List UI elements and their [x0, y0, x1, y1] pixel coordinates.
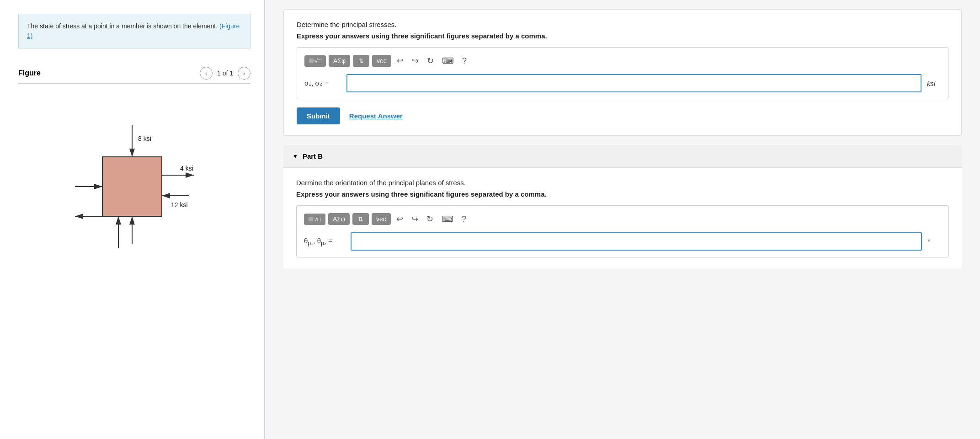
part-a-undo-button[interactable]: ↩ [394, 54, 406, 68]
stress-diagram: 8 ksi 4 ksi 12 ksi [48, 97, 221, 271]
part-b-redo-button[interactable]: ↪ [409, 212, 421, 226]
part-b-question: Dermine the orientation of the principal… [296, 179, 949, 187]
part-b-answer-input[interactable] [351, 232, 922, 251]
part-a-toolbar: √□ ΑΣφ ⇅ vec ↩ ↪ ↻ ⌨ ? [304, 54, 941, 68]
svg-text:8 ksi: 8 ksi [138, 135, 151, 142]
svg-text:4 ksi: 4 ksi [180, 165, 193, 172]
svg-marker-12 [162, 193, 170, 198]
part-a-answer-box: √□ ΑΣφ ⇅ vec ↩ ↪ ↻ ⌨ ? σ₁, σ₂ = ksi [297, 47, 948, 99]
svg-marker-10 [94, 184, 102, 189]
part-b-input-row: θp₁, θp₂ = ° [304, 232, 941, 251]
part-a-refresh-button[interactable]: ↻ [424, 54, 437, 68]
part-a-answer-input[interactable] [346, 74, 921, 92]
left-panel: The state of stress at a point in a memb… [0, 0, 265, 439]
part-a-question: Determine the principal stresses. [297, 21, 948, 28]
part-b-collapse-arrow: ▼ [293, 153, 298, 160]
svg-marker-17 [116, 216, 121, 225]
svg-marker-2 [129, 149, 135, 157]
part-b-header[interactable]: ▼ Part B [283, 145, 962, 167]
svg-rect-0 [102, 157, 162, 216]
part-b-instruction: Express your answers using three signifi… [296, 190, 949, 198]
part-b-alpha-button[interactable]: ΑΣφ [328, 213, 350, 225]
part-b-updown-button[interactable]: ⇅ [352, 213, 369, 225]
info-text: The state of stress at a point in a memb… [27, 22, 218, 30]
part-a-vec-button[interactable]: vec [372, 55, 391, 67]
part-b-answer-box: √□ ΑΣφ ⇅ vec ↩ ↪ ↻ ⌨ ? θp₁, θp₂ = ° [296, 205, 949, 257]
part-a-sqrt-button[interactable]: √□ [304, 55, 326, 67]
part-b-sqrt-button[interactable]: √□ [304, 214, 325, 225]
svg-text:12 ksi: 12 ksi [171, 201, 188, 209]
part-b-unit: ° [927, 238, 941, 246]
right-panel: Determine the principal stresses. Expres… [265, 0, 980, 439]
page-indicator: 1 of 1 [217, 70, 233, 77]
part-b-help-button[interactable]: ? [459, 213, 469, 226]
part-a-unit: ksi [927, 80, 941, 87]
part-a-section: Determine the principal stresses. Expres… [283, 9, 962, 136]
part-b-refresh-button[interactable]: ↻ [424, 212, 436, 226]
part-a-submit-button[interactable]: Submit [297, 107, 340, 124]
svg-marker-7 [186, 172, 194, 178]
part-a-input-row: σ₁, σ₂ = ksi [304, 74, 941, 92]
figure-area: 8 ksi 4 ksi 12 ksi [18, 88, 250, 285]
part-a-action-row: Submit Request Answer [297, 107, 948, 124]
part-b-toolbar: √□ ΑΣφ ⇅ vec ↩ ↪ ↻ ⌨ ? [304, 212, 941, 226]
svg-marker-15 [75, 214, 83, 219]
part-b-input-label: θp₁, θp₂ = [304, 237, 345, 246]
part-b-vec-button[interactable]: vec [372, 213, 391, 225]
figure-header: Figure ‹ 1 of 1 › [18, 67, 250, 84]
part-a-alpha-button[interactable]: ΑΣφ [329, 55, 350, 67]
part-a-instruction: Express your answers using three signifi… [297, 32, 948, 40]
figure-nav: ‹ 1 of 1 › [200, 67, 250, 80]
part-a-keyboard-button[interactable]: ⌨ [439, 54, 457, 68]
part-a-input-label: σ₁, σ₂ = [304, 79, 341, 87]
next-figure-button[interactable]: › [238, 67, 250, 80]
prev-figure-button[interactable]: ‹ [200, 67, 213, 80]
part-b-section: ▼ Part B Dermine the orientation of the … [283, 145, 962, 268]
part-a-request-answer-button[interactable]: Request Answer [349, 112, 403, 120]
part-b-keyboard-button[interactable]: ⌨ [439, 212, 456, 226]
part-a-help-button[interactable]: ? [459, 54, 469, 68]
part-a-redo-button[interactable]: ↪ [409, 54, 421, 68]
svg-marker-5 [129, 216, 135, 225]
part-b-content: Dermine the orientation of the principal… [283, 167, 962, 268]
info-box: The state of stress at a point in a memb… [18, 14, 250, 48]
part-b-undo-button[interactable]: ↩ [394, 212, 406, 226]
part-a-updown-button[interactable]: ⇅ [353, 55, 369, 67]
figure-title: Figure [18, 69, 41, 77]
part-b-title: Part B [303, 152, 323, 160]
